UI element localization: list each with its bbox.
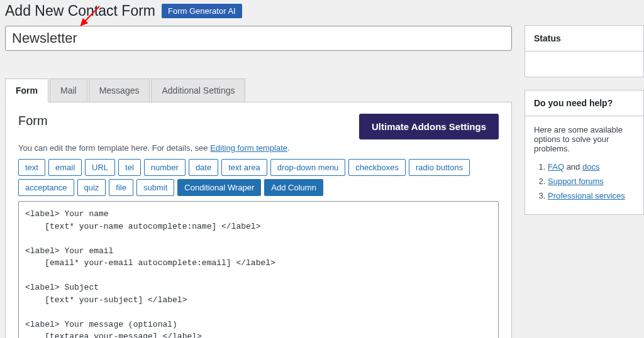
tag-quiz-button[interactable]: quiz (77, 179, 106, 196)
tag-number-button[interactable]: number (144, 159, 186, 176)
form-tag-row: text email URL tel number date text area… (18, 159, 499, 196)
form-template-textarea[interactable] (18, 201, 499, 338)
add-column-button[interactable]: Add Column (264, 179, 323, 196)
tag-email-button[interactable]: email (48, 159, 82, 176)
ultimate-addons-settings-button[interactable]: Ultimate Addons Settings (359, 114, 499, 139)
conditional-wrapper-button[interactable]: Conditional Wraper (177, 179, 261, 196)
tag-submit-button[interactable]: submit (136, 179, 174, 196)
help-item-faq-docs: FAQ and docs (548, 162, 635, 172)
tag-file-button[interactable]: file (109, 179, 133, 196)
form-panel: Form Ultimate Addons Settings You can ed… (5, 102, 512, 338)
faq-link[interactable]: FAQ (548, 162, 564, 172)
help-postbox-title: Do you need help? (525, 90, 643, 116)
tab-messages[interactable]: Messages (89, 79, 150, 102)
help-item-forums: Support forums (548, 177, 635, 186)
form-title-input[interactable] (5, 26, 512, 51)
tab-additional-settings[interactable]: Additional Settings (151, 79, 245, 102)
status-postbox-body (525, 52, 643, 77)
tag-radio-button[interactable]: radio buttons (409, 159, 470, 176)
help-item-pro: Professional services (548, 191, 635, 200)
tab-bar: Form Mail Messages Additional Settings (5, 79, 512, 102)
professional-services-link[interactable]: Professional services (548, 191, 625, 200)
docs-link[interactable]: docs (582, 162, 599, 172)
tag-dropdown-button[interactable]: drop-down menu (270, 159, 346, 176)
support-forums-link[interactable]: Support forums (548, 177, 604, 186)
status-postbox-title: Status (525, 26, 643, 52)
help-intro-text: Here are some available options to solve… (534, 125, 635, 153)
tag-checkboxes-button[interactable]: checkboxes (348, 159, 406, 176)
page-title: Add New Contact Form (5, 3, 155, 19)
help-postbox: Do you need help? Here are some availabl… (525, 90, 644, 215)
tag-date-button[interactable]: date (189, 159, 218, 176)
form-panel-description: You can edit the form template here. For… (18, 143, 499, 153)
tag-textarea-button[interactable]: text area (221, 159, 267, 176)
status-postbox: Status (525, 25, 644, 77)
tab-mail[interactable]: Mail (50, 79, 87, 102)
editing-form-template-link[interactable]: Editing form template (210, 143, 287, 153)
form-generator-ai-button[interactable]: Form Generator AI (162, 4, 242, 18)
tab-form[interactable]: Form (5, 79, 48, 102)
tag-text-button[interactable]: text (18, 159, 45, 176)
tag-url-button[interactable]: URL (85, 159, 115, 176)
tag-tel-button[interactable]: tel (118, 159, 141, 176)
form-panel-heading: Form (18, 114, 48, 128)
tag-acceptance-button[interactable]: acceptance (18, 179, 74, 196)
